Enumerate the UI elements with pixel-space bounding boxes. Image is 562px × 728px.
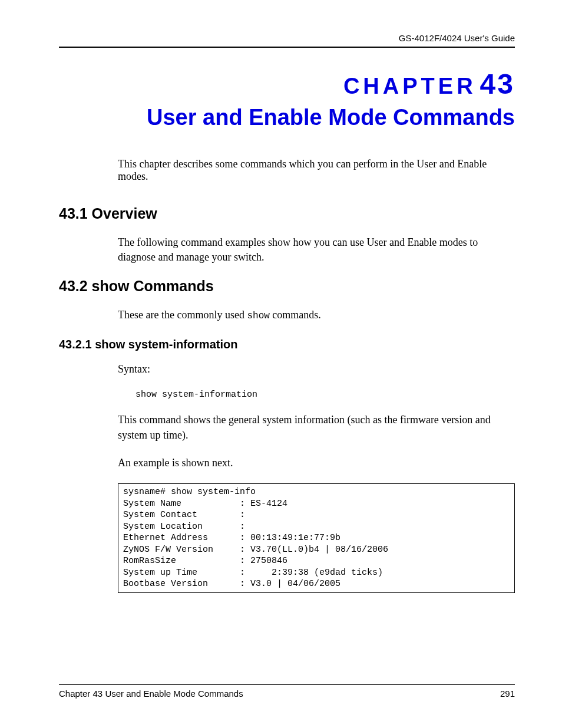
syntax-command: show system-information — [135, 390, 515, 400]
guide-title: GS-4012F/4024 User's Guide — [399, 33, 515, 43]
chapter-title-block: CHAPTER43 User and Enable Mode Commands — [59, 68, 515, 132]
page-number: 291 — [500, 689, 515, 699]
show-commands-body: These are the commonly used show command… — [118, 308, 515, 322]
chapter-label: CHAPTER43 — [59, 68, 515, 100]
example-intro: An example is shown next. — [118, 456, 515, 470]
section-heading-overview: 43.1 Overview — [59, 205, 515, 222]
chapter-intro: This chapter describes some commands whi… — [118, 158, 515, 183]
footer-rule — [59, 684, 515, 685]
show-body-post: commands. — [270, 309, 321, 321]
overview-body: The following command examples show how … — [118, 235, 515, 265]
sysinfo-description: This command shows the general system in… — [118, 413, 515, 442]
show-inline-code: show — [247, 311, 269, 321]
section-heading-show-commands: 43.2 show Commands — [59, 278, 515, 295]
subsection-heading-sysinfo: 43.2.1 show system-information — [59, 338, 515, 351]
code-example: sysname# show system-info System Name : … — [118, 483, 515, 593]
header-rule — [59, 47, 515, 48]
footer-row: Chapter 43 User and Enable Mode Commands… — [59, 689, 515, 699]
syntax-label: Syntax: — [118, 362, 515, 377]
chapter-title: User and Enable Mode Commands — [59, 104, 515, 132]
chapter-word: CHAPTER — [343, 74, 477, 98]
page-footer: Chapter 43 User and Enable Mode Commands… — [59, 684, 515, 699]
page: GS-4012F/4024 User's Guide CHAPTER43 Use… — [0, 0, 562, 728]
footer-chapter-label: Chapter 43 User and Enable Mode Commands — [59, 689, 243, 699]
chapter-number: 43 — [480, 68, 515, 100]
running-header: GS-4012F/4024 User's Guide — [59, 33, 515, 47]
show-body-pre: These are the commonly used — [118, 309, 247, 321]
